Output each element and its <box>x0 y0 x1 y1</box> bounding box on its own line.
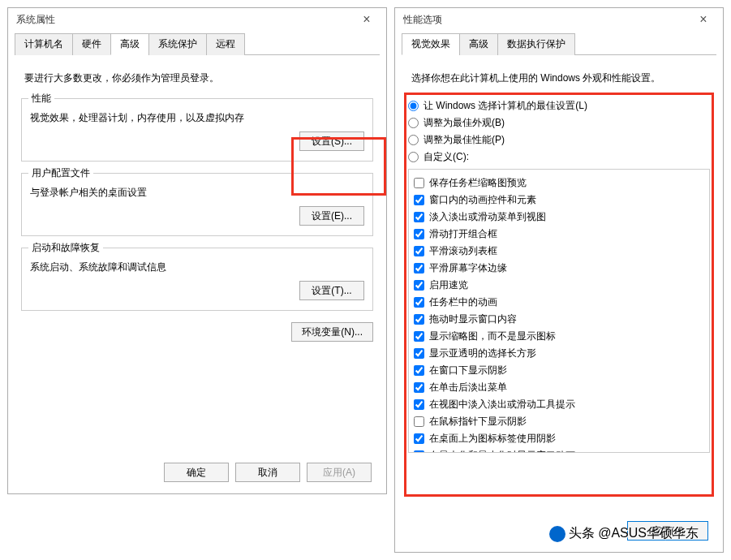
radio-input[interactable] <box>408 118 419 128</box>
group-user-profiles: 用户配置文件 与登录帐户相关的桌面设置 设置(E)... <box>21 173 373 236</box>
group-desc: 与登录帐户相关的桌面设置 <box>30 185 364 200</box>
dialog-title: 性能选项 <box>403 13 442 27</box>
group-startup-recovery: 启动和故障恢复 系统启动、系统故障和调试信息 设置(T)... <box>21 248 373 311</box>
check-option[interactable]: 拖动时显示窗口内容 <box>414 312 704 326</box>
group-desc: 系统启动、系统故障和调试信息 <box>30 260 364 274</box>
radio-option[interactable]: 让 Windows 选择计算机的最佳设置(L) <box>408 98 710 113</box>
checkbox-input[interactable] <box>414 297 424 308</box>
check-label: 滑动打开组合框 <box>429 226 497 241</box>
checkbox-input[interactable] <box>414 382 424 393</box>
radio-option[interactable]: 调整为最佳外观(B) <box>408 115 710 130</box>
settings-button-performance[interactable]: 设置(S)... <box>299 131 364 151</box>
check-option[interactable]: 显示亚透明的选择长方形 <box>414 346 704 360</box>
checkbox-input[interactable] <box>414 229 424 239</box>
check-option[interactable]: 启用速览 <box>414 278 704 292</box>
tabs-perf: 视觉效果 高级 数据执行保护 <box>402 32 716 55</box>
check-label: 启用速览 <box>429 278 468 292</box>
performance-options-dialog: 性能选项 × 视觉效果 高级 数据执行保护 选择你想在此计算机上使用的 Wind… <box>394 7 724 553</box>
checkbox-input[interactable] <box>414 365 424 376</box>
radio-group: 让 Windows 选择计算机的最佳设置(L)调整为最佳外观(B)调整为最佳性能… <box>408 98 710 164</box>
checkbox-input[interactable] <box>414 280 424 291</box>
checkbox-input[interactable] <box>414 331 424 342</box>
check-label: 在单击后淡出菜单 <box>429 380 507 394</box>
radio-option[interactable]: 自定义(C): <box>408 149 710 164</box>
titlebar: 系统属性 × <box>8 8 386 31</box>
close-icon[interactable]: × <box>350 10 383 29</box>
titlebar: 性能选项 × <box>395 8 723 31</box>
settings-button-profiles[interactable]: 设置(E)... <box>299 206 364 226</box>
check-label: 在窗口下显示阴影 <box>429 363 507 377</box>
check-label: 拖动时显示窗口内容 <box>429 312 517 326</box>
env-vars-button[interactable]: 环境变量(N)... <box>291 322 373 342</box>
checkbox-input[interactable] <box>414 314 424 325</box>
ok-button[interactable]: 确定 <box>164 463 229 482</box>
check-label: 任务栏中的动画 <box>429 295 497 309</box>
cancel-button[interactable]: 取消 <box>235 463 300 482</box>
radio-label: 让 Windows 选择计算机的最佳设置(L) <box>424 98 587 113</box>
checkbox-input[interactable] <box>414 399 424 410</box>
radio-input[interactable] <box>408 135 419 145</box>
check-option[interactable]: 任务栏中的动画 <box>414 295 704 309</box>
check-option[interactable]: 滑动打开组合框 <box>414 226 704 241</box>
tab-advanced[interactable]: 高级 <box>459 33 498 55</box>
check-label: 平滑屏幕字体边缘 <box>429 261 507 275</box>
tab-visual-effects[interactable]: 视觉效果 <box>402 33 460 55</box>
check-option[interactable]: 在最大化和最小化时显示窗口动画 <box>414 448 704 453</box>
group-title: 启动和故障恢复 <box>28 241 103 255</box>
checkbox-input[interactable] <box>414 212 424 222</box>
tab-hardware[interactable]: 硬件 <box>72 33 111 55</box>
radio-input[interactable] <box>408 152 419 162</box>
dialog-title: 系统属性 <box>16 13 55 27</box>
radio-option[interactable]: 调整为最佳性能(P) <box>408 132 710 147</box>
checkbox-input[interactable] <box>414 263 424 274</box>
radio-input[interactable] <box>408 101 419 111</box>
check-option[interactable]: 平滑滚动列表框 <box>414 243 704 258</box>
content: 要进行大多数更改，你必须作为管理员登录。 性能 视觉效果，处理器计划，内存使用，… <box>8 55 386 351</box>
dialog-buttons: 确定 取消 应用(A) <box>164 463 372 482</box>
check-option[interactable]: 在单击后淡出菜单 <box>414 380 704 394</box>
check-label: 显示缩略图，而不是显示图标 <box>429 329 556 343</box>
checkbox-input[interactable] <box>414 348 424 359</box>
tab-remote[interactable]: 远程 <box>206 33 245 55</box>
check-label: 保存任务栏缩略图预览 <box>429 175 527 190</box>
tab-system-protection[interactable]: 系统保护 <box>148 33 207 55</box>
radio-label: 调整为最佳外观(B) <box>424 115 505 130</box>
check-label: 在最大化和最小化时显示窗口动画 <box>429 448 575 453</box>
check-label: 显示亚透明的选择长方形 <box>429 346 536 360</box>
group-performance: 性能 视觉效果，处理器计划，内存使用，以及虚拟内存 设置(S)... <box>21 98 373 162</box>
tab-dep[interactable]: 数据执行保护 <box>497 33 575 55</box>
watermark: 头条 @ASUS华硕华东 <box>549 525 699 542</box>
check-option[interactable]: 窗口内的动画控件和元素 <box>414 192 704 207</box>
tabs-sys: 计算机名 硬件 高级 系统保护 远程 <box>15 32 380 55</box>
check-option[interactable]: 平滑屏幕字体边缘 <box>414 261 704 275</box>
close-icon[interactable]: × <box>687 10 720 29</box>
group-desc: 视觉效果，处理器计划，内存使用，以及虚拟内存 <box>30 110 364 125</box>
tab-advanced[interactable]: 高级 <box>110 33 149 55</box>
checkbox-input[interactable] <box>414 178 424 188</box>
radio-label: 自定义(C): <box>424 149 469 164</box>
tab-computer-name[interactable]: 计算机名 <box>15 33 73 55</box>
checkbox-input[interactable] <box>414 433 424 444</box>
check-label: 窗口内的动画控件和元素 <box>429 192 536 207</box>
apply-button[interactable]: 应用(A) <box>307 463 372 482</box>
check-option[interactable]: 在鼠标指针下显示阴影 <box>414 414 704 429</box>
checkbox-input[interactable] <box>414 450 424 454</box>
check-option[interactable]: 在窗口下显示阴影 <box>414 363 704 377</box>
check-option[interactable]: 在视图中淡入淡出或滑动工具提示 <box>414 397 704 411</box>
check-option[interactable]: 保存任务栏缩略图预览 <box>414 175 704 190</box>
checkbox-input[interactable] <box>414 246 424 256</box>
check-option[interactable]: 淡入淡出或滑动菜单到视图 <box>414 209 704 224</box>
checkbox-input[interactable] <box>414 416 424 427</box>
avatar-icon <box>549 526 565 542</box>
system-properties-dialog: 系统属性 × 计算机名 硬件 高级 系统保护 远程 要进行大多数更改，你必须作为… <box>7 7 387 494</box>
check-option[interactable]: 在桌面上为图标标签使用阴影 <box>414 431 704 446</box>
checkbox-input[interactable] <box>414 195 424 205</box>
content: 选择你想在此计算机上使用的 Windows 外观和性能设置。 让 Windows… <box>395 55 723 463</box>
check-label: 淡入淡出或滑动菜单到视图 <box>429 209 546 224</box>
check-label: 在桌面上为图标标签使用阴影 <box>429 431 556 446</box>
check-label: 平滑滚动列表框 <box>429 243 497 258</box>
check-option[interactable]: 显示缩略图，而不是显示图标 <box>414 329 704 343</box>
check-label: 在视图中淡入淡出或滑动工具提示 <box>429 397 575 411</box>
settings-button-startup[interactable]: 设置(T)... <box>299 281 364 300</box>
group-title: 性能 <box>28 92 54 106</box>
